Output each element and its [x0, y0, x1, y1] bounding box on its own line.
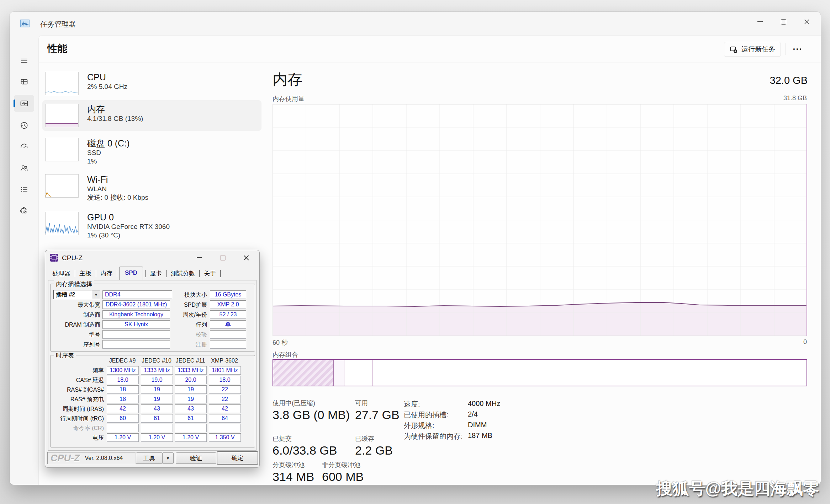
timing-cell: 19	[141, 385, 173, 394]
timing-cell: 64	[209, 414, 241, 423]
stat-value: 314 MB	[273, 470, 314, 484]
tools-dropdown-arrow[interactable]: ▼	[162, 452, 174, 464]
row-label: RAS# 到CAS#	[51, 386, 104, 394]
perf-item-wifi[interactable]: Wi-Fi WLAN 发送: 0 接收: 0 Kbps	[42, 171, 261, 205]
timing-cell: 43	[141, 404, 173, 413]
gauge-icon	[20, 142, 29, 151]
perf-item-cpu[interactable]: CPU 2% 5.04 GHz	[42, 68, 261, 99]
task-manager-app-icon	[20, 19, 30, 28]
validate-button[interactable]: 验证	[176, 452, 216, 464]
sidebar-item-details[interactable]	[14, 181, 34, 198]
tab-separator	[166, 270, 166, 277]
composition-free-segment	[373, 360, 807, 386]
perf-item-memory[interactable]: 内存 4.1/31.8 GB (13%)	[42, 100, 261, 131]
memory-composition-bar[interactable]	[273, 359, 807, 386]
detail-value: 4000 MHz	[468, 400, 500, 408]
menu-toggle-button[interactable]	[14, 52, 34, 69]
tab-memory[interactable]: 内存	[97, 267, 116, 280]
composition-modified-segment	[334, 360, 344, 386]
stat-value: 27.7 GB	[355, 408, 400, 422]
tab-about[interactable]: 关于	[200, 267, 220, 280]
cpuz-maximize-button[interactable]	[211, 250, 234, 265]
cpuz-minimize-button[interactable]	[187, 250, 211, 265]
cpuz-window-title: CPU-Z	[62, 254, 83, 262]
tab-graphics[interactable]: 显卡	[146, 267, 165, 280]
more-options-icon: ···	[793, 44, 803, 54]
cpuz-version: Ver. 2.08.0.x64	[85, 455, 123, 461]
field-label: 注册	[157, 341, 207, 349]
ok-button[interactable]: 确定	[217, 451, 258, 465]
timing-cell: 18.0	[209, 376, 241, 384]
field-label: 型号	[51, 331, 100, 339]
perf-item-stats: 1% (30 °C)	[87, 231, 170, 240]
tools-button[interactable]: 工具	[136, 452, 163, 464]
details-list-icon	[20, 185, 29, 194]
memory-panel-title: 内存	[273, 70, 302, 90]
perf-item-stats: 2% 5.04 GHz	[87, 82, 127, 91]
minimize-button[interactable]	[748, 12, 772, 32]
maximize-icon	[781, 19, 786, 25]
tab-separator	[199, 270, 200, 277]
timing-cell: 43	[175, 404, 207, 413]
timing-cell: 1801 MHz	[209, 366, 241, 375]
row-label: 电压	[51, 434, 104, 442]
column-header: JEDEC #9	[107, 358, 138, 364]
sidebar-item-services[interactable]	[14, 202, 34, 219]
module-size-field: 16 GBytes	[210, 290, 246, 299]
tab-mainboard[interactable]: 主板	[76, 267, 95, 280]
time-axis-left: 60 秒	[273, 338, 288, 347]
detail-value: 2/4	[468, 410, 478, 418]
field-label: 最大带宽	[51, 301, 100, 309]
sidebar-item-app-history[interactable]	[14, 117, 34, 134]
stat-value: 2.2 GB	[355, 444, 393, 457]
field-label: SPD扩展	[157, 301, 207, 309]
stat-value: 3.8 GB (0 MB)	[273, 408, 350, 422]
header-divider	[786, 43, 786, 55]
tab-spd[interactable]: SPD	[119, 267, 143, 280]
field-label: 序列号	[51, 341, 100, 349]
timing-cell: 18.0	[107, 376, 139, 384]
maximize-button[interactable]	[772, 12, 795, 32]
sidebar-item-startup-apps[interactable]	[14, 138, 34, 155]
memory-usage-max: 31.8 GB	[783, 95, 807, 102]
more-options-button[interactable]: ···	[789, 42, 807, 56]
window-title: 任务管理器	[40, 20, 76, 29]
tab-processor[interactable]: 处理器	[49, 267, 74, 280]
slot-select-dropdown[interactable]: 插槽 #2 ▼	[53, 290, 100, 299]
sidebar-item-processes[interactable]	[14, 73, 34, 90]
row-label: 命令率 (CR)	[51, 425, 104, 432]
correction-field	[210, 330, 246, 339]
sidebar-item-users[interactable]	[14, 160, 34, 177]
chevron-down-icon[interactable]: ▼	[92, 290, 100, 299]
memory-total-capacity: 32.0 GB	[770, 75, 808, 86]
new-task-icon	[730, 45, 738, 53]
minimize-icon	[197, 257, 202, 258]
perf-item-disk[interactable]: 磁盘 0 (C:) SSD 1%	[42, 134, 261, 169]
cpuz-titlebar[interactable]: CPU-Z	[45, 250, 259, 266]
timing-cell: 1.350 V	[209, 433, 241, 442]
field-label: 模块大小	[157, 291, 207, 299]
detail-value: 187 MB	[468, 431, 492, 440]
timing-cell: 19	[175, 395, 207, 403]
sidebar-item-performance[interactable]	[14, 95, 34, 112]
close-button[interactable]	[795, 12, 819, 32]
stat-label: 使用中(已压缩)	[273, 399, 315, 407]
processes-icon	[20, 77, 29, 86]
run-new-task-button[interactable]: 运行新任务	[724, 42, 781, 57]
spd-ext-field: XMP 2.0	[210, 300, 246, 309]
timing-cell: 18	[107, 395, 139, 403]
cpuz-close-button[interactable]	[234, 250, 258, 265]
row-label: 行周期时间 (tRC)	[51, 415, 104, 423]
tab-bench[interactable]: 測試分數	[167, 267, 199, 280]
minimize-icon	[757, 21, 763, 22]
perf-item-gpu[interactable]: GPU 0 NVIDIA GeForce RTX 3060 1% (30 °C)	[42, 208, 261, 243]
memory-usage-graph[interactable]	[273, 104, 807, 336]
timing-cell	[209, 424, 241, 432]
detail-label: 速度:	[404, 400, 420, 409]
titlebar[interactable]: 任务管理器	[10, 12, 821, 35]
timing-cell: 1333 MHz	[175, 366, 207, 375]
field-label: DRAM 制造商	[51, 321, 100, 329]
stat-label: 分页缓冲池	[273, 461, 305, 469]
cpuz-spd-page: 内存插槽选择 插槽 #2 ▼ DDR4 模块大小 16 GBytes 最大带宽 …	[48, 280, 257, 451]
cpu-mini-graph	[45, 72, 79, 95]
